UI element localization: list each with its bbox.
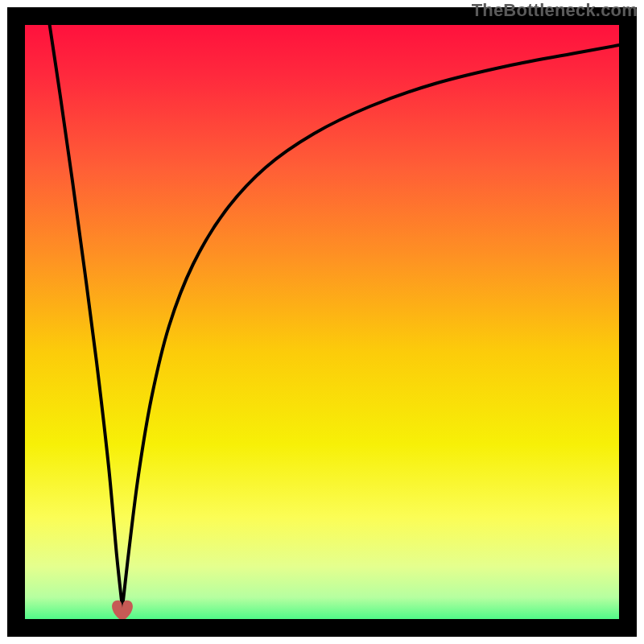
watermark-text: TheBottleneck.com (472, 0, 638, 21)
bottleneck-curve-chart (0, 0, 644, 644)
plot-background (16, 16, 628, 628)
chart-stage: TheBottleneck.com (0, 0, 644, 644)
